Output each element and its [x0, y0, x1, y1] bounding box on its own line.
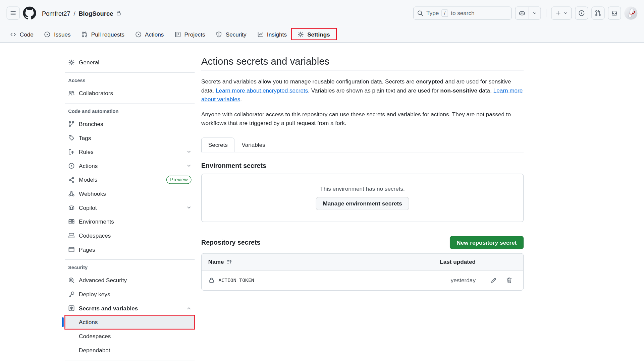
sidebar-section-code-automation: Code and automation — [65, 107, 195, 116]
environment-secrets-empty-message: This environment has no secrets. — [320, 185, 405, 192]
rules-icon — [68, 148, 75, 155]
column-header-name[interactable]: Name — [208, 258, 406, 265]
sidebar-item-secrets-and-variables[interactable]: Secrets and variables — [65, 302, 195, 315]
sidebar-item-actions[interactable]: Actions — [65, 159, 195, 172]
sidebar-item-models[interactable]: Models Preview — [65, 173, 195, 186]
sidebar-item-label: Tags — [79, 135, 91, 141]
delete-secret-button[interactable] — [506, 277, 513, 284]
intro-text: Secrets and variables allow you to manag… — [201, 77, 524, 128]
tab-projects[interactable]: Projects — [170, 26, 209, 42]
sidebar-item-branches[interactable]: Branches — [65, 117, 195, 130]
tab-actions[interactable]: Actions — [131, 26, 168, 42]
sidebar-item-deploy-keys[interactable]: Deploy keys — [65, 288, 195, 301]
tab-label: Pull requests — [91, 31, 124, 38]
sidebar-item-label: Deploy keys — [79, 291, 110, 298]
divider — [65, 259, 195, 260]
app-header: Pomfret27 / BlogSource Type / to search — [0, 0, 644, 26]
sidebar-subitem-label: Actions — [79, 319, 98, 325]
webhook-icon — [68, 190, 75, 197]
pull-requests-dashboard-button[interactable] — [591, 7, 604, 20]
intro-text-segment: . — [240, 96, 242, 103]
tab-issues[interactable]: Issues — [40, 26, 74, 42]
sidebar-item-codespaces[interactable]: Codespaces — [65, 229, 195, 242]
sidebar-item-general[interactable]: General — [65, 56, 195, 69]
sidebar-subitem-actions[interactable]: Actions — [65, 316, 195, 329]
chevron-down-icon — [186, 149, 192, 155]
code-scan-icon — [68, 277, 75, 284]
git-branch-icon — [68, 121, 75, 127]
preview-badge: Preview — [166, 176, 191, 184]
search-icon — [417, 10, 424, 16]
sidebar-subitem-dependabot[interactable]: Dependabot — [65, 344, 195, 357]
browser-icon — [68, 246, 75, 253]
intro-text-segment: Secrets and variables allow you to manag… — [201, 78, 416, 85]
chevron-down-icon — [186, 163, 192, 168]
tab-pull-requests[interactable]: Pull requests — [77, 26, 128, 42]
chevron-down-icon — [532, 11, 537, 16]
sidebar-section-security: Security — [65, 263, 195, 272]
issue-opened-icon — [578, 10, 585, 16]
tab-code[interactable]: Code — [6, 26, 38, 42]
play-icon — [135, 31, 142, 38]
tab-secrets[interactable]: Secrets — [201, 137, 235, 152]
tab-label: Settings — [307, 31, 330, 38]
search-placeholder-prefix: Type — [426, 10, 439, 16]
tab-insights[interactable]: Insights — [253, 26, 291, 42]
settings-sidebar: General Access Collaborators Code and au… — [65, 56, 195, 362]
sidebar-subitem-codespaces[interactable]: Codespaces — [65, 329, 195, 343]
intro-text-segment: data. — [477, 87, 493, 94]
issues-dashboard-button[interactable] — [575, 7, 588, 20]
intro-bold-encrypted: encrypted — [416, 78, 443, 85]
sidebar-item-label: Collaborators — [79, 90, 113, 97]
sidebar-item-label: Models — [79, 177, 97, 183]
environment-secrets-box: This environment has no secrets. Manage … — [201, 174, 524, 222]
sidebar-section-access: Access — [65, 76, 195, 85]
inbox-icon — [611, 10, 618, 16]
sidebar-item-label: Advanced Security — [79, 277, 127, 284]
sidebar-item-environments[interactable]: Environments — [65, 215, 195, 228]
sidebar-item-copilot[interactable]: Copilot — [65, 201, 195, 214]
project-icon — [174, 31, 181, 38]
code-icon — [10, 31, 16, 38]
share-network-icon — [68, 177, 75, 183]
sidebar-item-pages[interactable]: Pages — [65, 243, 195, 256]
sidebar-item-webhooks[interactable]: Webhooks — [65, 187, 195, 200]
settings-page-body: General Access Collaborators Code and au… — [0, 43, 644, 362]
hamburger-menu-button[interactable] — [7, 7, 20, 20]
sidebar-item-label: Branches — [79, 121, 103, 127]
header-divider — [546, 9, 546, 17]
github-logo-icon[interactable] — [23, 7, 36, 20]
search-input[interactable]: Type / to search — [413, 7, 512, 20]
tab-label: Security — [226, 31, 247, 38]
copilot-dropdown-button[interactable] — [529, 7, 541, 19]
link-learn-encrypted-secrets[interactable]: Learn more about encrypted secrets — [216, 87, 308, 94]
sidebar-item-tags[interactable]: Tags — [65, 131, 195, 144]
column-header-label: Name — [208, 258, 224, 265]
edit-secret-button[interactable] — [490, 277, 497, 284]
breadcrumb-repo[interactable]: BlogSource — [78, 10, 113, 17]
copilot-icon — [519, 10, 526, 16]
sidebar-item-collaborators[interactable]: Collaborators — [65, 86, 195, 100]
play-icon — [68, 163, 75, 169]
copilot-split-button — [515, 7, 541, 20]
tab-settings[interactable]: Settings — [293, 26, 334, 42]
sidebar-item-advanced-security[interactable]: Advanced Security — [65, 274, 195, 287]
intro-paragraph-1: Secrets and variables allow you to manag… — [201, 77, 524, 104]
repository-secrets-table: Name Last updated ACTION_TOKEN yesterday — [201, 253, 524, 291]
create-new-button[interactable] — [551, 7, 572, 20]
manage-environment-secrets-button[interactable]: Manage environment secrets — [316, 197, 409, 210]
chevron-down-icon — [186, 205, 192, 210]
sidebar-item-label: Webhooks — [79, 190, 106, 197]
tab-security[interactable]: Security — [212, 26, 251, 42]
breadcrumb-owner[interactable]: Pomfret27 — [42, 10, 70, 17]
sidebar-item-rules[interactable]: Rules — [65, 145, 195, 158]
inbox-button[interactable] — [608, 7, 621, 20]
new-repository-secret-button[interactable]: New repository secret — [449, 236, 524, 249]
github-settings-page: Pomfret27 / BlogSource Type / to search — [0, 0, 644, 362]
intro-bold-non-sensitive: non-sensitive — [440, 87, 478, 94]
pencil-icon — [490, 277, 497, 284]
user-avatar[interactable] — [624, 7, 637, 20]
environment-secrets-heading: Environment secrets — [201, 162, 524, 170]
tab-variables[interactable]: Variables — [235, 137, 272, 152]
copilot-button[interactable] — [516, 7, 529, 19]
